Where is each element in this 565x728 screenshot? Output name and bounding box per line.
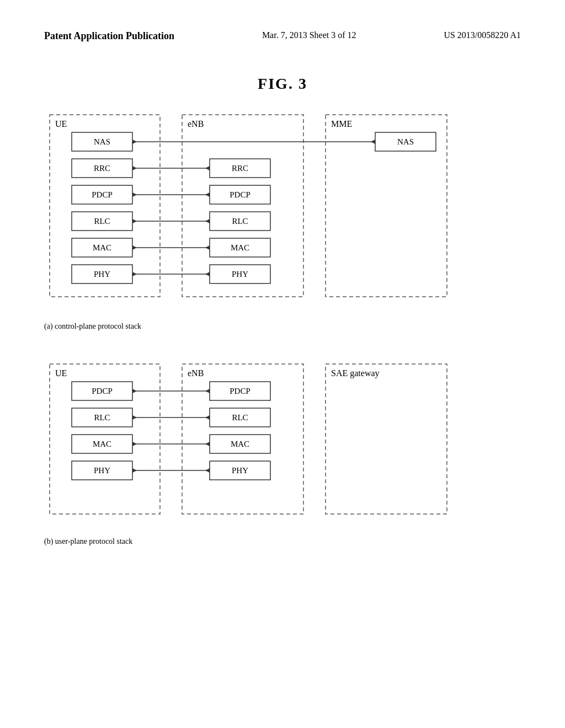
caption-b: (b) user-plane protocol stack (44, 537, 521, 546)
svg-text:UE: UE (55, 368, 67, 378)
svg-marker-77 (132, 442, 137, 446)
diagram-a-svg: UE eNB MME NAS RRC PDCP RLC MAC PHY (44, 109, 521, 315)
svg-text:eNB: eNB (188, 119, 204, 129)
svg-marker-41 (205, 219, 210, 223)
svg-text:PHY: PHY (94, 466, 110, 475)
control-plane-svg: UE eNB MME NAS RRC PDCP RLC MAC PHY (44, 109, 519, 313)
svg-marker-40 (132, 219, 137, 223)
svg-marker-71 (132, 389, 137, 393)
svg-text:MME: MME (331, 119, 352, 129)
svg-marker-72 (205, 389, 210, 393)
caption-a: (a) control-plane protocol stack (44, 322, 521, 331)
svg-text:RLC: RLC (232, 217, 248, 226)
user-plane-svg: UE eNB SAE gateway PDCP RLC MAC PHY PDCP… (44, 358, 519, 529)
svg-text:eNB: eNB (188, 368, 204, 378)
svg-text:MAC: MAC (93, 440, 111, 448)
svg-text:MAC: MAC (93, 243, 111, 252)
svg-marker-78 (205, 442, 210, 446)
page-header: Patent Application Publication Mar. 7, 2… (0, 0, 565, 53)
svg-text:NAS: NAS (397, 137, 414, 146)
svg-text:PHY: PHY (232, 270, 248, 279)
svg-text:RRC: RRC (94, 164, 110, 173)
header-publication-label: Patent Application Publication (44, 30, 174, 42)
svg-text:PDCP: PDCP (230, 387, 250, 395)
svg-text:PDCP: PDCP (92, 387, 113, 395)
svg-text:RLC: RLC (94, 413, 110, 422)
svg-marker-81 (205, 468, 210, 473)
svg-marker-37 (132, 192, 137, 197)
diagram-b-svg: UE eNB SAE gateway PDCP RLC MAC PHY PDCP… (44, 358, 521, 532)
svg-marker-31 (132, 140, 137, 144)
svg-rect-50 (326, 364, 447, 514)
svg-marker-35 (205, 166, 210, 170)
svg-marker-43 (132, 245, 137, 250)
svg-marker-44 (205, 245, 210, 250)
diagram-a-section: UE eNB MME NAS RRC PDCP RLC MAC PHY (44, 109, 521, 331)
header-patent-number: US 2013/0058220 A1 (444, 30, 521, 40)
svg-marker-46 (132, 272, 137, 276)
svg-text:RRC: RRC (232, 164, 248, 173)
svg-marker-47 (205, 272, 210, 276)
svg-text:PHY: PHY (232, 466, 248, 475)
header-sheet-info: Mar. 7, 2013 Sheet 3 of 12 (262, 30, 356, 40)
svg-text:UE: UE (55, 119, 67, 129)
svg-text:RLC: RLC (94, 217, 110, 226)
svg-marker-75 (205, 415, 210, 420)
svg-marker-74 (132, 415, 137, 420)
svg-marker-34 (132, 166, 137, 170)
svg-text:PHY: PHY (94, 270, 110, 279)
svg-text:NAS: NAS (94, 137, 110, 146)
svg-text:PDCP: PDCP (92, 190, 113, 199)
svg-text:RLC: RLC (232, 413, 248, 422)
svg-marker-32 (371, 140, 375, 144)
svg-text:SAE gateway: SAE gateway (331, 368, 380, 378)
svg-text:MAC: MAC (231, 440, 249, 448)
figure-title: FIG. 3 (0, 75, 565, 93)
svg-text:PDCP: PDCP (230, 190, 250, 199)
svg-text:MAC: MAC (231, 243, 249, 252)
svg-marker-38 (205, 192, 210, 197)
svg-marker-80 (132, 468, 137, 473)
diagram-b-section: UE eNB SAE gateway PDCP RLC MAC PHY PDCP… (44, 358, 521, 546)
